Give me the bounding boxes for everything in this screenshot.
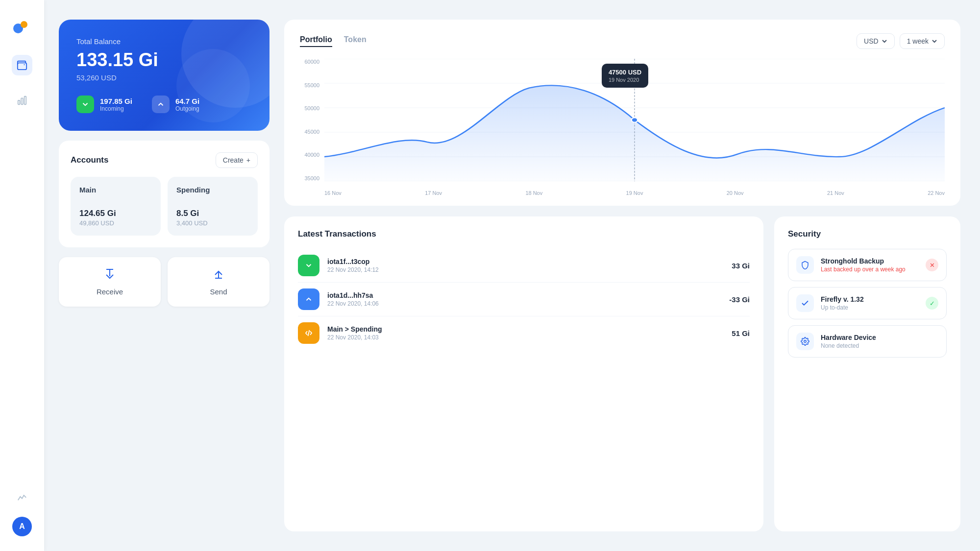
security-title: Security — [788, 229, 947, 239]
svg-point-14 — [804, 340, 807, 343]
firefly-badge: ✓ — [926, 297, 938, 310]
tx-amount-3: 51 Gi — [732, 329, 750, 337]
chart-x-labels: 16 Nov 17 Nov 18 Nov 19 Nov 20 Nov 21 No… — [324, 190, 945, 196]
left-panel: Total Balance 133.15 Gi 53,260 USD 197.8… — [59, 20, 270, 531]
outgoing-flow: 64.7 Gi Outgoing — [152, 96, 199, 113]
balance-amount: 133.15 Gi — [76, 49, 252, 71]
security-item-hardware[interactable]: Hardware Device None detected — [788, 325, 947, 358]
sidebar-item-wallet[interactable] — [12, 55, 32, 75]
create-account-button[interactable]: Create + — [216, 152, 258, 168]
sidebar-item-stats[interactable] — [12, 486, 32, 507]
sidebar-item-analytics[interactable] — [12, 90, 32, 111]
firefly-name: Firefly v. 1.32 — [821, 295, 919, 303]
balance-card: Total Balance 133.15 Gi 53,260 USD 197.8… — [59, 20, 270, 131]
account-cards: Main 124.65 Gi 49,860 USD Spending 8.5 G… — [71, 177, 258, 236]
svg-point-1 — [21, 21, 27, 28]
tx-name-1: iota1f...t3cop — [327, 258, 724, 265]
balance-label: Total Balance — [76, 37, 252, 46]
tab-token[interactable]: Token — [344, 35, 367, 47]
transaction-item[interactable]: Main > Spending 22 Nov 2020, 14:03 51 Gi — [298, 316, 750, 350]
firefly-info: Firefly v. 1.32 Up to-date — [821, 295, 919, 311]
stronghold-name: Stronghold Backup — [821, 257, 919, 265]
accounts-section: Accounts Create + Main 124.65 Gi 49,860 … — [59, 141, 270, 247]
hardware-name: Hardware Device — [821, 334, 938, 341]
tx-info-2: iota1d...hh7sa 22 Nov 2020, 14:06 — [327, 291, 721, 307]
logo[interactable] — [10, 15, 34, 40]
outgoing-text: 64.7 Gi Outgoing — [175, 97, 199, 112]
tx-date-1: 22 Nov 2020, 14:12 — [327, 266, 724, 273]
svg-rect-3 — [18, 100, 20, 104]
chart-controls: USD 1 week — [857, 33, 945, 49]
transactions-section: Latest Transactions iota1f...t3cop 22 No… — [284, 216, 763, 531]
hardware-info: Hardware Device None detected — [821, 334, 938, 349]
transaction-item[interactable]: iota1f...t3cop 22 Nov 2020, 14:12 33 Gi — [298, 249, 750, 283]
receive-icon — [104, 268, 116, 283]
shield-icon — [796, 256, 814, 274]
transaction-item[interactable]: iota1d...hh7sa 22 Nov 2020, 14:06 -33 Gi — [298, 283, 750, 316]
sidebar: A — [0, 0, 44, 551]
security-section: Security Stronghold Backup Last backed u… — [774, 216, 960, 531]
period-dropdown[interactable]: 1 week — [900, 33, 945, 49]
send-icon — [213, 268, 224, 283]
accounts-header: Accounts Create + — [71, 152, 258, 168]
hardware-status: None detected — [821, 342, 938, 349]
receive-button[interactable]: Receive — [59, 257, 161, 307]
account-amount-main: 124.65 Gi — [79, 209, 152, 218]
sidebar-bottom: A — [12, 486, 32, 536]
tx-amount-1: 33 Gi — [732, 262, 750, 270]
stronghold-info: Stronghold Backup Last backed up over a … — [821, 257, 919, 273]
balance-flows: 197.85 Gi Incoming 64.7 Gi Outgoing — [76, 96, 252, 113]
chart-tabs: Portfolio Token — [300, 35, 367, 47]
user-avatar[interactable]: A — [12, 517, 32, 536]
security-item-stronghold[interactable]: Stronghold Backup Last backed up over a … — [788, 249, 947, 281]
currency-dropdown[interactable]: USD — [857, 33, 895, 49]
incoming-flow: 197.85 Gi Incoming — [76, 96, 132, 113]
tx-icon-transfer — [298, 322, 319, 344]
account-amount-spending: 8.5 Gi — [176, 209, 249, 218]
send-button[interactable]: Send — [168, 257, 270, 307]
tx-name-2: iota1d...hh7sa — [327, 291, 721, 299]
check-icon — [796, 294, 814, 312]
tx-icon-outgoing — [298, 288, 319, 310]
svg-rect-2 — [18, 63, 26, 70]
incoming-text: 197.85 Gi Incoming — [100, 97, 132, 112]
stronghold-status: Last backed up over a week ago — [821, 266, 919, 273]
accounts-title: Accounts — [71, 155, 108, 165]
svg-rect-5 — [24, 96, 26, 105]
main-content: Total Balance 133.15 Gi 53,260 USD 197.8… — [44, 0, 980, 551]
account-usd-spending: 3,400 USD — [176, 219, 249, 227]
account-name-spending: Spending — [176, 186, 249, 194]
incoming-icon — [76, 96, 94, 113]
security-item-firefly[interactable]: Firefly v. 1.32 Up to-date ✓ — [788, 287, 947, 319]
tab-portfolio[interactable]: Portfolio — [300, 35, 332, 47]
tx-date-3: 22 Nov 2020, 14:03 — [327, 334, 724, 341]
account-name-main: Main — [79, 186, 152, 194]
chart-header: Portfolio Token USD 1 week — [300, 33, 945, 49]
svg-rect-4 — [21, 98, 23, 104]
account-usd-main: 49,860 USD — [79, 219, 152, 227]
firefly-status: Up to-date — [821, 304, 919, 311]
tx-amount-2: -33 Gi — [729, 295, 750, 304]
tx-info-3: Main > Spending 22 Nov 2020, 14:03 — [327, 325, 724, 341]
account-card-main[interactable]: Main 124.65 Gi 49,860 USD — [71, 177, 161, 236]
incoming-amount: 197.85 Gi — [100, 97, 132, 105]
chart-svg — [324, 59, 945, 181]
outgoing-icon — [152, 96, 170, 113]
tx-icon-incoming — [298, 255, 319, 276]
chart-section: Portfolio Token USD 1 week — [284, 20, 960, 206]
gear-icon — [796, 333, 814, 350]
account-card-spending[interactable]: Spending 8.5 Gi 3,400 USD — [168, 177, 258, 236]
chart-area: 60000 55000 50000 45000 40000 35000 — [300, 59, 945, 196]
outgoing-label: Outgoing — [175, 105, 199, 112]
stronghold-badge: ✕ — [926, 259, 938, 271]
tx-info-1: iota1f...t3cop 22 Nov 2020, 14:12 — [327, 258, 724, 273]
balance-usd: 53,260 USD — [76, 73, 252, 82]
incoming-label: Incoming — [100, 105, 132, 112]
bottom-sections: Latest Transactions iota1f...t3cop 22 No… — [284, 216, 960, 531]
tx-date-2: 22 Nov 2020, 14:06 — [327, 300, 721, 307]
tx-name-3: Main > Spending — [327, 325, 724, 333]
chart-y-labels: 60000 55000 50000 45000 40000 35000 — [300, 59, 322, 181]
svg-point-13 — [632, 118, 638, 122]
right-panel: Portfolio Token USD 1 week — [284, 20, 960, 531]
action-buttons: Receive Send — [59, 257, 270, 307]
